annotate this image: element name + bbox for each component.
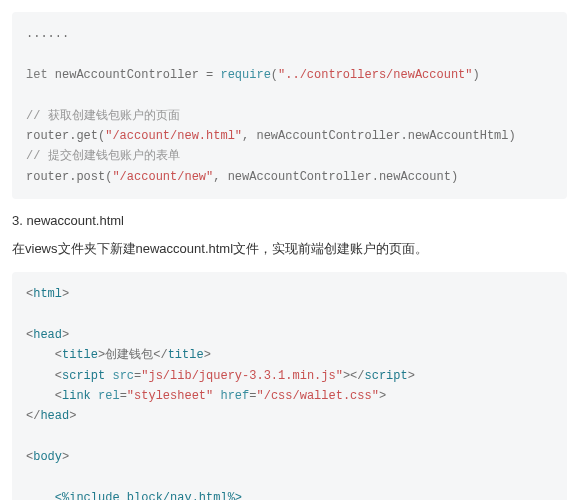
bracket: < [55,389,62,403]
bracket: > [62,328,69,342]
val-src: "js/lib/jquery-3.3.1.min.js" [141,369,343,383]
code-text: router.post( [26,170,112,184]
bracket: </ [153,348,167,362]
string-route: "/account/new.html" [105,129,242,143]
tag-html: html [33,287,62,301]
string-path: "../controllers/newAccount" [278,68,472,82]
code-block-html: <html> <head> <title>创建钱包</title> <scrip… [12,272,567,500]
tag-script-close: script [365,369,408,383]
code-block-router: ...... let newAccountController = requir… [12,12,567,199]
bracket: > [408,369,415,383]
tag-script: script [62,369,105,383]
comment-line: // 提交创建钱包账户的表单 [26,149,180,163]
code-line: ...... [26,27,69,41]
bracket: > [204,348,211,362]
code-text: , newAccountController.newAccount) [213,170,458,184]
tag-head-close: head [40,409,69,423]
paren: ) [473,68,480,82]
tag-body: body [33,450,62,464]
string-route: "/account/new" [112,170,213,184]
code-text: , newAccountController.newAccountHtml) [242,129,516,143]
code-text: newAccountController = [48,68,221,82]
attr-src: src [112,369,134,383]
bracket: </ [26,409,40,423]
tag-link: link [62,389,91,403]
section-title: 3. newaccount.html [12,213,567,228]
tag-title-close: title [168,348,204,362]
paren: ( [271,68,278,82]
bracket: > [379,389,386,403]
val-rel: "stylesheet" [127,389,213,403]
bracket: < [55,369,62,383]
bracket: > [69,409,76,423]
section-desc: 在views文件夹下新建newaccount.html文件，实现前端创建账户的页… [12,240,567,258]
title-text: 创建钱包 [105,348,153,362]
val-href: "/css/wallet.css" [256,389,378,403]
tag-title: title [62,348,98,362]
bracket: > [62,287,69,301]
keyword-let: let [26,68,48,82]
attr-href: href [220,389,249,403]
attr-rel: rel [98,389,120,403]
equals: = [120,389,127,403]
tag-head: head [33,328,62,342]
bracket: < [55,348,62,362]
bracket: > [62,450,69,464]
comment-line: // 获取创建钱包账户的页面 [26,109,180,123]
code-text: router.get( [26,129,105,143]
bracket: ></ [343,369,365,383]
include-directive: <%include block/nav.html%> [55,491,242,500]
fn-require: require [220,68,270,82]
